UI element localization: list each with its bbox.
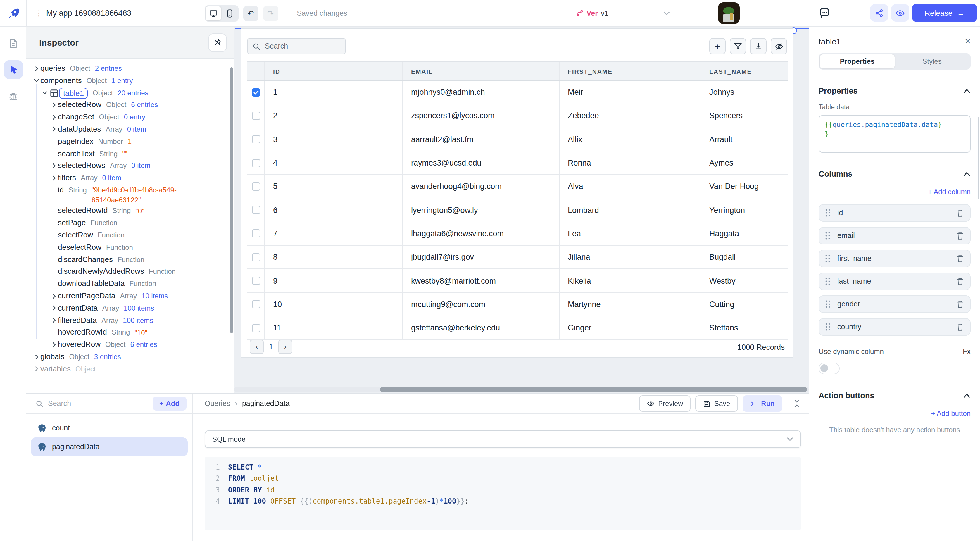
column-header-email[interactable]: EMAIL (403, 62, 560, 80)
tree-item-currentPageData[interactable]: currentPageDataArray10 items (26, 290, 234, 302)
row-checkbox[interactable] (252, 206, 260, 214)
code-line[interactable]: 2FROM tooljet (205, 473, 801, 485)
undo-button[interactable]: ↶ (243, 6, 258, 21)
cell-last-name[interactable]: Bugdall (701, 246, 788, 269)
cell-first-name[interactable]: Kikelia (560, 269, 701, 293)
tab-styles[interactable]: Styles (895, 54, 969, 68)
code-line[interactable]: 4LIMIT 100 OFFSET {{(components.table1.p… (205, 496, 801, 508)
table-row[interactable]: 7lhaggata6@newsvine.comLeaHaggata (247, 222, 788, 246)
tree-item-dataUpdates[interactable]: dataUpdatesArray0 item (26, 123, 234, 136)
chevron-icon[interactable] (50, 339, 58, 347)
filter-button[interactable] (730, 38, 746, 54)
avatar[interactable] (718, 2, 740, 24)
cell-id[interactable]: 9 (265, 269, 403, 293)
share-button[interactable] (870, 4, 888, 22)
tree-item-searchText[interactable]: searchTextString"" (26, 148, 234, 160)
pages-button[interactable] (4, 34, 22, 53)
scrollbar-thumb[interactable] (380, 387, 807, 392)
tree-item-discardNewlyAddedRows[interactable]: discardNewlyAddedRowsFunction (26, 266, 234, 278)
chevron-up-icon[interactable] (963, 393, 970, 398)
cell-last-name[interactable]: Aymes (701, 151, 788, 175)
row-checkbox[interactable] (252, 88, 260, 96)
tab-properties[interactable]: Properties (820, 54, 895, 68)
chevron-icon[interactable] (40, 87, 49, 95)
column-item-gender[interactable]: gender (819, 295, 970, 313)
table-row[interactable]: 9kwestby8@marriott.comKikeliaWestby (247, 269, 788, 293)
run-button[interactable]: Run (742, 395, 782, 412)
tree-item-hoveredRowId[interactable]: hoveredRowIdString"10" (26, 327, 234, 339)
row-checkbox-cell[interactable] (247, 81, 265, 104)
query-item-count[interactable]: count (31, 419, 188, 438)
cell-last-name[interactable]: Spencers (701, 104, 788, 127)
table-row[interactable]: 4raymes3@ucsd.eduRonnaAymes (247, 151, 788, 175)
drag-handle-icon[interactable] (825, 277, 830, 285)
cell-first-name[interactable]: Allix (560, 128, 701, 151)
close-icon[interactable]: × (965, 37, 970, 46)
tree-item-changeSet[interactable]: changeSetObject0 entry (26, 111, 234, 123)
query-search-input[interactable] (47, 399, 149, 408)
cell-last-name[interactable]: Cutting (701, 293, 788, 316)
row-checkbox-cell[interactable] (247, 128, 265, 151)
row-checkbox-cell[interactable] (247, 246, 265, 269)
cell-email[interactable]: mcutting9@com.com (403, 293, 560, 316)
sql-mode-select[interactable]: SQL mode (205, 430, 801, 448)
tree-item-pageIndex[interactable]: pageIndexNumber1 (26, 136, 234, 148)
tree-item-selectedRows[interactable]: selectedRowsArray0 item (26, 160, 234, 172)
row-checkbox[interactable] (252, 277, 260, 285)
column-header-first_name[interactable]: FIRST_NAME (560, 62, 701, 80)
breadcrumb-current[interactable]: paginatedData (242, 399, 290, 407)
trash-icon[interactable] (956, 323, 964, 331)
release-button[interactable]: Release → (912, 3, 977, 22)
trash-icon[interactable] (956, 254, 964, 263)
preview-app-button[interactable] (891, 4, 909, 22)
preview-button[interactable]: Preview (639, 395, 690, 412)
cell-first-name[interactable]: Alva (560, 175, 701, 198)
row-checkbox[interactable] (252, 135, 260, 143)
tree-item-discardChanges[interactable]: discardChangesFunction (26, 253, 234, 266)
collapse-panel-button[interactable] (793, 399, 800, 408)
chevron-up-icon[interactable] (963, 88, 970, 94)
table1-widget[interactable]: + IDEMAILFIRST_NAMELAST_NAME 1mjohny (241, 28, 794, 358)
table-row[interactable]: 8jbugdall7@irs.govJillanaBugdall (247, 246, 788, 269)
cell-id[interactable]: 8 (265, 246, 403, 269)
select-all-cell[interactable] (247, 62, 265, 80)
inspector-button[interactable] (4, 60, 22, 79)
row-checkbox-cell[interactable] (247, 269, 265, 293)
cell-email[interactable]: aarrault2@last.fm (403, 128, 560, 151)
trash-icon[interactable] (956, 231, 964, 240)
chevron-icon[interactable] (50, 314, 58, 323)
app-menu-kebab-icon[interactable]: ⋮ (35, 9, 43, 18)
row-checkbox-cell[interactable] (247, 199, 265, 222)
trash-icon[interactable] (956, 277, 964, 286)
tree-item-table1[interactable]: table1Object20 entries (26, 87, 234, 99)
cell-email[interactable]: jbugdall7@irs.gov (403, 246, 560, 269)
tree-item-filteredData[interactable]: filteredDataArray100 items (26, 314, 234, 327)
cell-first-name[interactable]: Ronna (560, 151, 701, 175)
trash-icon[interactable] (956, 208, 964, 217)
mobile-view-button[interactable] (222, 6, 237, 20)
tree-item-setPage[interactable]: setPageFunction (26, 217, 234, 229)
column-header-last_name[interactable]: LAST_NAME (701, 62, 788, 80)
sql-code-editor[interactable]: 1SELECT *2FROM tooljet3ORDER BY id4LIMIT… (205, 457, 801, 530)
add-column-button[interactable]: + Add column (819, 188, 970, 196)
chevron-icon[interactable] (50, 111, 58, 119)
row-checkbox[interactable] (252, 229, 260, 238)
tree-item-components[interactable]: componentsObject1 entry (26, 75, 234, 87)
cell-id[interactable]: 2 (265, 104, 403, 127)
cell-last-name[interactable]: Haggata (701, 222, 788, 245)
cell-last-name[interactable]: Van Der Hoog (701, 175, 788, 198)
row-checkbox-cell[interactable] (247, 151, 265, 175)
row-checkbox-cell[interactable] (247, 104, 265, 127)
add-action-button[interactable]: + Add button (819, 409, 970, 418)
app-title[interactable]: My app 1690881866483 (46, 9, 131, 18)
prev-page-button[interactable]: ‹ (250, 340, 264, 354)
chevron-icon[interactable] (50, 99, 58, 108)
chevron-icon[interactable] (50, 290, 58, 299)
tree-item-variables[interactable]: variablesObject (26, 363, 234, 376)
column-item-first_name[interactable]: first_name (819, 250, 970, 267)
code-line[interactable]: 3ORDER BY id (205, 485, 801, 496)
chevron-icon[interactable] (50, 172, 58, 180)
cell-email[interactable]: avanderhoog4@bing.com (403, 175, 560, 198)
chevron-icon[interactable] (50, 160, 58, 169)
drag-handle-icon[interactable] (825, 209, 830, 217)
